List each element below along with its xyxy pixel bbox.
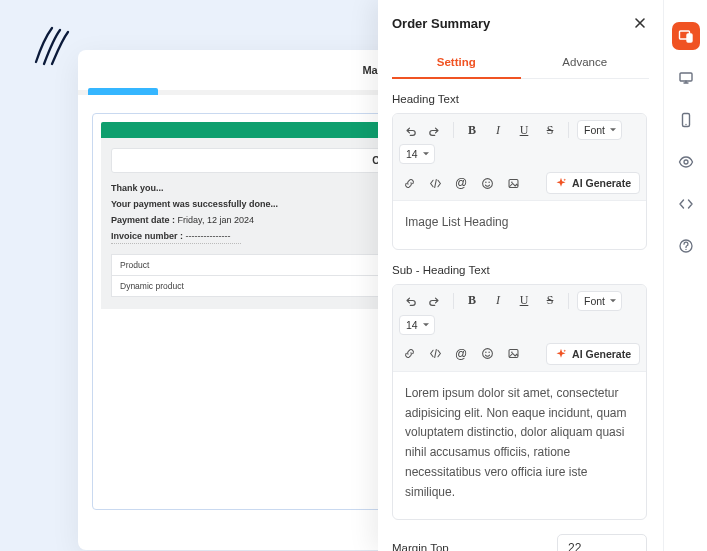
undo-button[interactable]	[399, 291, 419, 311]
svg-point-7	[488, 352, 489, 353]
devices-icon	[678, 28, 694, 44]
image-button[interactable]	[503, 344, 523, 364]
redo-button[interactable]	[425, 291, 445, 311]
tab-advance[interactable]: Advance	[521, 48, 650, 78]
svg-point-5	[482, 349, 492, 359]
panel-tabs: Setting Advance	[392, 48, 649, 79]
code-button[interactable]	[425, 344, 445, 364]
help-button[interactable]	[672, 232, 700, 260]
panel-title: Order Summary	[392, 16, 490, 31]
decor-strokes-left	[30, 24, 72, 66]
subheading-text-input[interactable]: Lorem ipsum dolor sit amet, consectetur …	[393, 372, 646, 519]
ai-generate-button[interactable]: AI Generate	[546, 172, 640, 194]
mobile-button[interactable]	[672, 106, 700, 134]
sparkle-icon	[555, 348, 567, 360]
device-rail	[663, 0, 707, 551]
margin-top-label: Margin Top	[392, 542, 449, 551]
svg-point-15	[684, 160, 688, 164]
svg-rect-12	[680, 73, 692, 81]
desktop-icon	[678, 70, 694, 86]
image-icon	[507, 347, 520, 360]
canvas-active-tab[interactable]	[88, 88, 158, 95]
code-icon	[429, 177, 442, 190]
svg-rect-11	[687, 34, 692, 42]
svg-point-2	[488, 181, 489, 182]
heading-editor: B I U S Font 14 @ AI Genera	[392, 113, 647, 250]
undo-icon	[403, 294, 416, 307]
svg-point-6	[485, 352, 486, 353]
underline-button[interactable]: U	[514, 120, 534, 140]
svg-point-0	[482, 178, 492, 188]
italic-button[interactable]: I	[488, 120, 508, 140]
heading-toolbar: B I U S Font 14 @ AI Genera	[393, 114, 646, 201]
settings-panel: Order Summary Setting Advance Heading Te…	[378, 0, 707, 551]
heading-text-input[interactable]: Image List Heading	[393, 201, 646, 249]
font-size-select[interactable]: 14	[399, 144, 435, 164]
link-button[interactable]	[399, 344, 419, 364]
ai-generate-button[interactable]: AI Generate	[546, 343, 640, 365]
link-button[interactable]	[399, 173, 419, 193]
svg-point-14	[685, 124, 686, 125]
underline-button[interactable]: U	[514, 291, 534, 311]
responsive-button[interactable]	[672, 22, 700, 50]
image-icon	[507, 177, 520, 190]
font-select[interactable]: Font	[577, 120, 622, 140]
subheading-editor: B I U S Font 14 @ AI Generate	[392, 284, 647, 520]
mention-button[interactable]: @	[451, 173, 471, 193]
link-icon	[403, 177, 416, 190]
emoji-icon	[481, 177, 494, 190]
image-button[interactable]	[503, 173, 523, 193]
redo-button[interactable]	[425, 120, 445, 140]
mobile-icon	[679, 112, 693, 128]
margin-top-input[interactable]	[557, 534, 647, 551]
bold-button[interactable]: B	[462, 120, 482, 140]
redo-icon	[429, 124, 442, 137]
eye-icon	[678, 154, 694, 170]
tab-setting[interactable]: Setting	[392, 48, 521, 78]
desktop-button[interactable]	[672, 64, 700, 92]
svg-point-4	[511, 181, 513, 183]
subheading-section-label: Sub - Heading Text	[392, 264, 647, 276]
preview-button[interactable]	[672, 148, 700, 176]
undo-button[interactable]	[399, 120, 419, 140]
strike-button[interactable]: S	[540, 291, 560, 311]
code-brackets-icon	[678, 196, 694, 212]
close-button[interactable]	[631, 14, 649, 32]
emoji-icon	[481, 347, 494, 360]
code-icon	[429, 347, 442, 360]
italic-button[interactable]: I	[488, 291, 508, 311]
close-icon	[633, 16, 647, 30]
emoji-button[interactable]	[477, 173, 497, 193]
undo-icon	[403, 124, 416, 137]
help-icon	[678, 238, 694, 254]
svg-point-9	[511, 352, 513, 354]
strike-button[interactable]: S	[540, 120, 560, 140]
font-size-select[interactable]: 14	[399, 315, 435, 335]
code-button[interactable]	[425, 173, 445, 193]
code-view-button[interactable]	[672, 190, 700, 218]
svg-point-17	[685, 249, 686, 250]
font-select[interactable]: Font	[577, 291, 622, 311]
bold-button[interactable]: B	[462, 291, 482, 311]
subheading-toolbar: B I U S Font 14 @ AI Generate	[393, 285, 646, 372]
sparkle-icon	[555, 177, 567, 189]
heading-section-label: Heading Text	[392, 93, 647, 105]
redo-icon	[429, 294, 442, 307]
link-icon	[403, 347, 416, 360]
svg-point-1	[485, 181, 486, 182]
mention-button[interactable]: @	[451, 344, 471, 364]
emoji-button[interactable]	[477, 344, 497, 364]
